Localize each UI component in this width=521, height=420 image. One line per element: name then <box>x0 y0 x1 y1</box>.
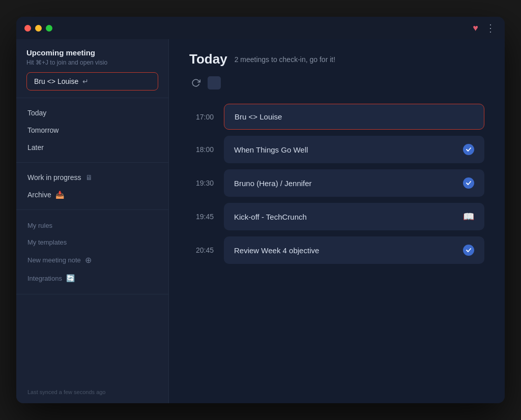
main-content: Today 2 meetings to check-in, go for it!… <box>169 39 505 403</box>
meeting-name: Review Week 4 objective <box>234 246 319 255</box>
sidebar-item-tomorrow-label: Tomorrow <box>27 126 59 134</box>
sidebar-header: Upcoming meeting Hit ⌘+J to join and ope… <box>16 39 168 98</box>
meeting-card[interactable]: Kick-off - TechCrunch 📖 <box>224 203 484 230</box>
sidebar-item-later[interactable]: Later <box>16 139 168 156</box>
sidebar: Upcoming meeting Hit ⌘+J to join and ope… <box>16 39 169 403</box>
maximize-button[interactable] <box>46 25 52 32</box>
titlebar-actions: ♥ ⋮ <box>473 22 497 34</box>
sidebar-item-archive-label: Archive <box>27 191 51 199</box>
sidebar-footer: Last synced a few seconds ago <box>16 380 168 403</box>
current-meeting-button[interactable]: Bru <> Louise ↵ <box>26 72 158 91</box>
main-header: Today 2 meetings to check-in, go for it! <box>189 51 484 67</box>
more-options-icon[interactable]: ⋮ <box>485 22 497 34</box>
add-icon: ⊕ <box>85 255 92 265</box>
meeting-card[interactable]: Review Week 4 objective <box>224 236 484 264</box>
meeting-time: 17:00 <box>189 113 214 121</box>
meeting-row: 19:45 Kick-off - TechCrunch 📖 <box>189 203 484 230</box>
refresh-button[interactable] <box>189 76 202 89</box>
sidebar-item-today[interactable]: Today <box>16 104 168 122</box>
meeting-row: 18:00 When Things Go Well <box>189 136 484 163</box>
sidebar-item-templates[interactable]: My templates <box>16 234 168 251</box>
meeting-row: 17:00 Bru <> Louise <box>189 104 484 130</box>
titlebar: ♥ ⋮ <box>16 17 505 39</box>
toolbar <box>189 76 484 89</box>
sidebar-item-archive[interactable]: Archive 📥 <box>16 186 168 203</box>
sidebar-item-later-label: Later <box>27 143 44 152</box>
meeting-time: 19:30 <box>189 179 214 187</box>
minimize-button[interactable] <box>35 25 42 32</box>
app-window: ♥ ⋮ Upcoming meeting Hit ⌘+J to join and… <box>16 17 505 403</box>
meeting-card[interactable]: Bruno (Hera) / Jennifer <box>224 169 484 197</box>
enter-icon: ↵ <box>82 77 89 85</box>
check-icon <box>463 177 474 189</box>
meeting-name: Bruno (Hera) / Jennifer <box>234 179 312 188</box>
archive-icon: 📥 <box>55 191 64 199</box>
sidebar-item-tomorrow[interactable]: Tomorrow <box>16 122 168 139</box>
sidebar-title: Upcoming meeting <box>26 48 158 57</box>
monitor-icon: 🖥 <box>85 173 93 182</box>
meetings-list: 17:00 Bru <> Louise 18:00 When Things Go… <box>189 104 484 270</box>
meeting-name: Kick-off - TechCrunch <box>234 213 307 221</box>
sync-status: Last synced a few seconds ago <box>27 389 105 395</box>
check-icon <box>463 245 474 256</box>
refresh-icon <box>191 78 200 87</box>
sidebar-item-new-meeting[interactable]: New meeting note ⊕ <box>16 251 168 269</box>
nav-section-main: Today Tomorrow Later <box>16 98 168 163</box>
content-area: Upcoming meeting Hit ⌘+J to join and ope… <box>16 39 505 403</box>
sidebar-item-integrations[interactable]: Integrations 🔄 <box>16 269 168 287</box>
sidebar-item-wip-label: Work in progress <box>27 173 81 182</box>
traffic-lights <box>24 25 52 32</box>
sidebar-item-today-label: Today <box>27 109 46 117</box>
close-button[interactable] <box>24 25 31 32</box>
view-toggle-button[interactable] <box>208 76 221 89</box>
meeting-card[interactable]: When Things Go Well <box>224 136 484 163</box>
meeting-row: 19:30 Bruno (Hera) / Jennifer <box>189 169 484 197</box>
book-icon: 📖 <box>463 211 474 222</box>
sidebar-item-rules[interactable]: My rules <box>16 217 168 234</box>
check-icon <box>463 144 474 155</box>
integrations-icon: 🔄 <box>66 274 75 282</box>
current-meeting-label: Bru <> Louise <box>34 77 78 85</box>
meeting-time: 19:45 <box>189 213 214 221</box>
meeting-name: When Things Go Well <box>234 145 308 154</box>
sidebar-subtitle: Hit ⌘+J to join and open visio <box>26 59 158 66</box>
sidebar-bottom-nav: My rules My templates New meeting note ⊕… <box>16 210 168 294</box>
sidebar-item-wip[interactable]: Work in progress 🖥 <box>16 169 168 186</box>
meeting-time: 20:45 <box>189 246 214 254</box>
meeting-time: 18:00 <box>189 145 214 154</box>
meeting-row: 20:45 Review Week 4 objective <box>189 236 484 264</box>
page-title: Today <box>189 51 227 67</box>
heart-icon[interactable]: ♥ <box>473 23 478 34</box>
meeting-name: Bru <> Louise <box>235 112 282 121</box>
page-subtitle: 2 meetings to check-in, go for it! <box>235 55 335 64</box>
nav-section-special: Work in progress 🖥 Archive 📥 <box>16 163 168 210</box>
meeting-card[interactable]: Bru <> Louise <box>224 104 484 130</box>
